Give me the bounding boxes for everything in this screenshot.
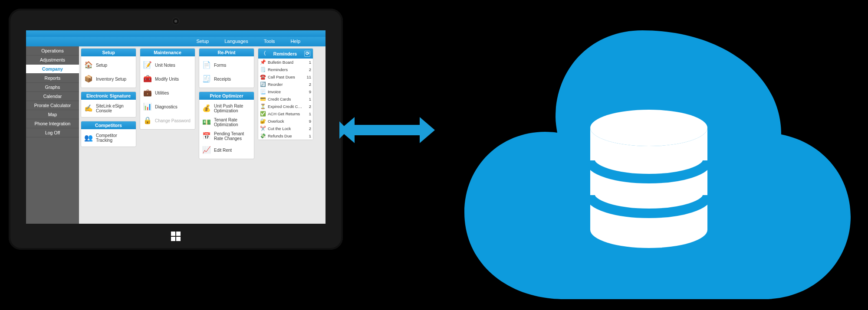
reminder-count: 9 xyxy=(304,89,311,94)
reminder-label: Expired Credit Car... xyxy=(268,104,302,109)
menu-setup[interactable]: Setup xyxy=(188,37,217,46)
setup-icon: 🏠 xyxy=(84,60,93,70)
reminder-item-invoice[interactable]: 📃Invoice9 xyxy=(258,88,313,95)
unit-notes-icon: 📝 xyxy=(143,60,152,70)
sidebar-item-prorate-calculator[interactable]: Prorate Calculator xyxy=(26,101,79,110)
column-3: Re-Print📄Forms🧾ReceiptsPrice Optimizer💰U… xyxy=(199,48,254,159)
panel-body: 📄Forms🧾Receipts xyxy=(199,56,254,88)
panel-body: 📝Unit Notes🧰Modify Units💼Utilities📊Diagn… xyxy=(140,56,195,129)
reminder-item-cut-the-lock[interactable]: ✂️Cut the Lock2 xyxy=(258,125,313,132)
sidebar-item-log-off[interactable]: Log Off xyxy=(26,128,79,137)
reminder-item-overlock[interactable]: 🔐Overlock9 xyxy=(258,117,313,125)
column-1: Setup🏠Setup📦Inventory SetupElectronic Si… xyxy=(81,48,136,147)
panel-maintenance: Maintenance📝Unit Notes🧰Modify Units💼Util… xyxy=(140,48,195,130)
back-icon[interactable]: 〈 xyxy=(261,50,266,57)
panel-item-label: Competitor Tracking xyxy=(96,133,133,143)
panel-item-pending-tenant-rate-changes[interactable]: 📅Pending Tenant Rate Changes xyxy=(200,129,253,143)
panel-item-label: Receipts xyxy=(214,77,251,82)
panel-item-modify-units[interactable]: 🧰Modify Units xyxy=(141,72,194,86)
menu-help[interactable]: Help xyxy=(283,37,308,46)
menu-tools[interactable]: Tools xyxy=(256,37,283,46)
sidebar-item-map[interactable]: Map xyxy=(26,110,79,119)
panel-item-label: Inventory Setup xyxy=(96,77,133,82)
app-window: Setup Languages Tools Help OperationsAdj… xyxy=(26,30,326,224)
panel-body: 🏠Setup📦Inventory Setup xyxy=(81,56,136,88)
sync-arrow-icon xyxy=(339,113,435,147)
reminder-label: Reorder xyxy=(268,82,302,87)
sidebar-item-operations[interactable]: Operations xyxy=(26,46,79,55)
panel-item-label: Diagnostics xyxy=(155,104,192,109)
reminder-item-reorder[interactable]: 🔄Reorder2 xyxy=(258,81,313,88)
reminders-header: 〈Reminders⟳ xyxy=(258,49,313,59)
panel-item-label: Pending Tenant Rate Changes xyxy=(214,131,251,141)
cut-the-lock-icon: ✂️ xyxy=(260,126,266,132)
reminder-label: Bulletin Board xyxy=(268,60,302,65)
sidebar-item-reports[interactable]: Reports xyxy=(26,74,79,83)
reminder-count: 1 xyxy=(304,111,311,116)
sidebar-item-calendar[interactable]: Calendar xyxy=(26,92,79,101)
panel-item-label: Tenant Rate Optimization xyxy=(214,117,251,127)
reminder-item-refunds-due[interactable]: 💸Refunds Due1 xyxy=(258,132,313,140)
tablet-device: Setup Languages Tools Help OperationsAdj… xyxy=(9,9,343,250)
bulletin-board-icon: 📌 xyxy=(260,59,266,65)
panel-re-print: Re-Print📄Forms🧾Receipts xyxy=(199,48,254,88)
panel-item-inventory-setup[interactable]: 📦Inventory Setup xyxy=(82,72,135,86)
tenant-rate-optimization-icon: 💵 xyxy=(202,117,211,127)
reminder-item-call-past-dues[interactable]: ☎️Call Past Dues11 xyxy=(258,73,313,81)
panel-item-unit-push-rate-optimization[interactable]: 💰Unit Push Rate Optimization xyxy=(200,101,253,115)
reminder-item-credit-cards[interactable]: 💳Credit Cards1 xyxy=(258,95,313,103)
sitelink-esign-console-icon: ✍️ xyxy=(84,104,93,113)
windows-home-button[interactable] xyxy=(169,230,182,243)
panel-item-label: Utilities xyxy=(155,91,192,95)
panel-body: 💰Unit Push Rate Optimization💵Tenant Rate… xyxy=(199,100,254,159)
reminder-count: 2 xyxy=(304,67,311,72)
change-password-icon: 🔒 xyxy=(143,116,152,125)
panel-item-edit-rent[interactable]: 📈Edit Rent xyxy=(200,143,253,157)
panel-item-utilities[interactable]: 💼Utilities xyxy=(141,86,194,100)
ach-get-returns-icon: ✅ xyxy=(260,111,266,117)
panel-header: Competitors xyxy=(81,121,136,129)
reminder-label: ACH Get Returns xyxy=(268,111,302,116)
reminder-label: Invoice xyxy=(268,89,302,94)
reminder-count: 1 xyxy=(304,60,311,65)
column-2: Maintenance📝Unit Notes🧰Modify Units💼Util… xyxy=(140,48,195,130)
call-past-dues-icon: ☎️ xyxy=(260,74,266,80)
panel-header: Maintenance xyxy=(140,49,195,56)
panel-item-tenant-rate-optimization[interactable]: 💵Tenant Rate Optimization xyxy=(200,115,253,129)
refunds-due-icon: 💸 xyxy=(260,133,266,139)
panel-item-receipts[interactable]: 🧾Receipts xyxy=(200,72,253,86)
app-menubar: Setup Languages Tools Help xyxy=(26,37,326,46)
reminder-label: Refunds Due xyxy=(268,134,302,138)
reminder-item-expired-credit-car-[interactable]: ⏳Expired Credit Car...2 xyxy=(258,103,313,110)
inventory-setup-icon: 📦 xyxy=(84,74,93,84)
panel-item-sitelink-esign-console[interactable]: ✍️SiteLink eSign Console xyxy=(82,101,135,115)
panel-item-setup[interactable]: 🏠Setup xyxy=(82,58,135,72)
panel-header: Re-Print xyxy=(199,49,254,56)
menu-languages[interactable]: Languages xyxy=(217,37,256,46)
reminder-item-ach-get-returns[interactable]: ✅ACH Get Returns1 xyxy=(258,110,313,117)
panel-item-unit-notes[interactable]: 📝Unit Notes xyxy=(141,58,194,72)
sidebar-item-phone-integration[interactable]: Phone Integration xyxy=(26,119,79,128)
panel-item-diagnostics[interactable]: 📊Diagnostics xyxy=(141,100,194,114)
unit-push-rate-optimization-icon: 💰 xyxy=(202,104,211,113)
reminder-label: Overlock xyxy=(268,119,302,124)
modify-units-icon: 🧰 xyxy=(143,74,152,84)
sidebar-item-company[interactable]: Company xyxy=(26,65,79,74)
panel-body: ✍️SiteLink eSign Console xyxy=(81,100,136,117)
reminder-item-reminders[interactable]: 🗒️Reminders2 xyxy=(258,66,313,73)
svg-point-1 xyxy=(590,110,707,146)
refresh-icon[interactable]: ⟳ xyxy=(304,51,310,57)
sidebar-item-graphs[interactable]: Graphs xyxy=(26,83,79,92)
sidebar-nav: OperationsAdjustmentsCompanyReportsGraph… xyxy=(26,46,79,224)
sidebar-item-adjustments[interactable]: Adjustments xyxy=(26,55,79,65)
panel-item-forms[interactable]: 📄Forms xyxy=(200,58,253,72)
reminder-item-bulletin-board[interactable]: 📌Bulletin Board1 xyxy=(258,59,313,66)
panel-item-label: Unit Push Rate Optimization xyxy=(214,104,251,113)
reminder-label: Reminders xyxy=(268,67,302,72)
reminder-count: 11 xyxy=(304,75,311,79)
panel-item-competitor-tracking[interactable]: 👥Competitor Tracking xyxy=(82,131,135,145)
panel-competitors: Competitors👥Competitor Tracking xyxy=(81,121,136,147)
panel-body: 👥Competitor Tracking xyxy=(81,129,136,147)
content-columns: Setup🏠Setup📦Inventory SetupElectronic Si… xyxy=(79,46,326,224)
pending-tenant-rate-changes-icon: 📅 xyxy=(202,131,211,141)
